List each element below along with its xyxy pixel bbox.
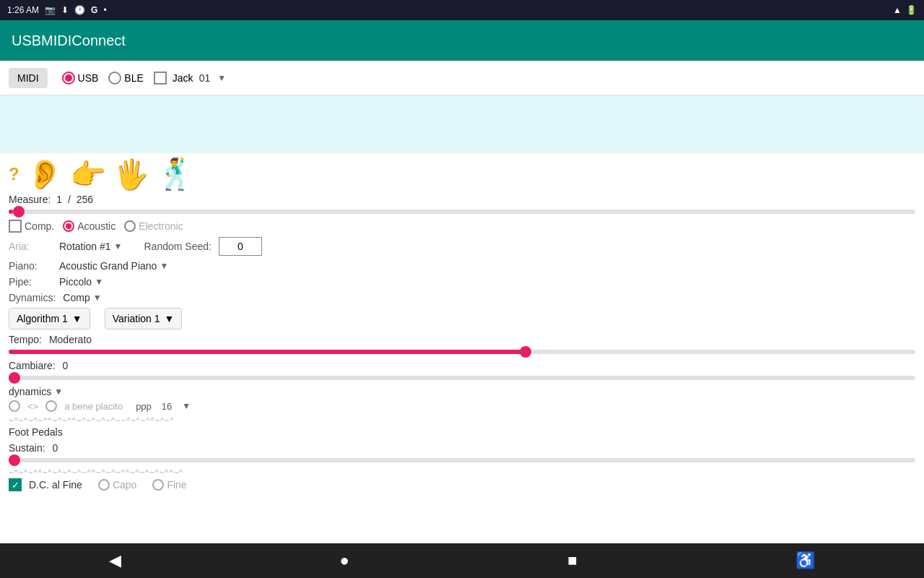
nav-recent-button[interactable]: ■ bbox=[553, 545, 591, 576]
dot-icon: • bbox=[103, 5, 106, 15]
electronic-radio[interactable]: Electronic bbox=[124, 220, 183, 232]
comp-row: Comp. Acoustic Electronic bbox=[9, 220, 915, 233]
aria-row: Aria: Rotation #1 ▼ Random Seed: bbox=[9, 237, 915, 256]
cambiare-slider-thumb[interactable] bbox=[9, 372, 20, 384]
measure-row: Measure: 1 / 256 bbox=[9, 194, 915, 205]
question-mark-icon: ? bbox=[9, 164, 19, 184]
acoustic-radio[interactable]: Acoustic bbox=[63, 220, 116, 232]
raised-hand-icon[interactable]: 🖐 bbox=[113, 160, 149, 189]
acoustic-radio-circle bbox=[63, 220, 74, 232]
aria-label: Aria: bbox=[9, 241, 52, 252]
wavy-line-2: ~^~^~^^~^~^~^~^~^^~^~^~^^~^~^~^~^^~^ bbox=[9, 468, 915, 477]
capo-label: Capo bbox=[113, 479, 136, 491]
dynamics-dropdown[interactable]: Comp ▼ bbox=[63, 292, 101, 303]
usb-radio[interactable]: USB bbox=[62, 72, 99, 85]
nav-back-button[interactable]: ◀ bbox=[95, 545, 136, 576]
sustain-slider[interactable] bbox=[9, 458, 915, 462]
person-icon[interactable]: 🕺 bbox=[157, 159, 194, 189]
ear-icon[interactable]: 👂 bbox=[27, 160, 63, 189]
ble-radio[interactable]: BLE bbox=[108, 72, 143, 85]
jack-checkbox[interactable]: Jack 01 bbox=[154, 72, 210, 85]
piano-label: Piano: bbox=[9, 260, 52, 272]
google-icon: G bbox=[91, 5, 97, 15]
measure-total: 256 bbox=[77, 194, 93, 205]
sustain-row: Sustain: 0 bbox=[9, 442, 915, 454]
measure-label: Measure: bbox=[9, 194, 51, 205]
usb-radio-circle bbox=[62, 72, 75, 85]
comp-label: Comp. bbox=[25, 220, 54, 232]
algorithm-dropdown[interactable]: Algorithm 1 ▼ bbox=[9, 308, 90, 329]
cambiare-label: Cambiare: bbox=[9, 360, 56, 371]
tempo-slider[interactable] bbox=[9, 350, 915, 354]
piano-row: Piano: Acoustic Grand Piano ▼ bbox=[9, 260, 915, 272]
dyn-radio1[interactable] bbox=[9, 400, 20, 412]
capo-radio-circle bbox=[98, 479, 110, 491]
dyn-option1: <> bbox=[27, 401, 38, 412]
dyn-radio2-circle bbox=[45, 400, 57, 412]
algorithm-label: Algorithm 1 bbox=[17, 313, 68, 324]
measure-slider-thumb[interactable] bbox=[13, 206, 25, 217]
jack-label: Jack bbox=[173, 72, 193, 84]
download-icon: ⬇ bbox=[61, 5, 69, 15]
electronic-label: Electronic bbox=[139, 220, 183, 232]
sustain-value: 0 bbox=[53, 442, 58, 454]
dc-al-fine-checkbox[interactable]: ✓ bbox=[9, 478, 22, 491]
accessibility-button[interactable]: ♿ bbox=[781, 545, 829, 576]
tempo-slider-fill bbox=[9, 350, 526, 354]
tempo-slider-thumb[interactable] bbox=[520, 346, 531, 358]
nav-home-button[interactable]: ● bbox=[326, 545, 364, 576]
dynamics-section-dropdown[interactable]: dynamics ▼ bbox=[9, 386, 63, 397]
sustain-label: Sustain: bbox=[9, 442, 45, 454]
ble-label: BLE bbox=[124, 72, 143, 84]
electronic-radio-circle bbox=[124, 220, 136, 232]
aria-dropdown[interactable]: Rotation #1 ▼ bbox=[59, 241, 123, 252]
variation-arrow-icon: ▼ bbox=[165, 313, 175, 324]
foot-pedals-label: Foot Pedals bbox=[9, 426, 63, 438]
wifi-icon: ▲ bbox=[893, 5, 902, 15]
dyn-ppp: ppp bbox=[136, 401, 152, 412]
status-bar: 1:26 AM 📷 ⬇ 🕐 G • ▲ 🔋 bbox=[0, 0, 924, 20]
variation-dropdown[interactable]: Variation 1 ▼ bbox=[105, 308, 183, 329]
measure-slider[interactable] bbox=[9, 210, 915, 214]
app-bar: USBMIDIConnect bbox=[0, 20, 924, 61]
dynamics-section-label: dynamics bbox=[9, 386, 51, 397]
dyn-radio2[interactable] bbox=[45, 400, 57, 412]
fine-label: Fine bbox=[167, 479, 186, 491]
tab-midi[interactable]: MIDI bbox=[9, 68, 48, 88]
comp-checkbox[interactable] bbox=[9, 220, 22, 233]
ble-radio-circle bbox=[108, 72, 121, 85]
wavy-line-1: ~^~^~^~^^~^~^^~^~^~^~^~~^~^~^^~^~^ bbox=[9, 416, 915, 425]
jack-checkbox-box bbox=[154, 72, 167, 85]
jack-dropdown-arrow[interactable]: ▼ bbox=[217, 73, 226, 83]
dynamics-label: Dynamics: bbox=[9, 292, 56, 303]
tempo-label: Tempo: bbox=[9, 334, 42, 345]
usb-label: USB bbox=[78, 72, 99, 84]
pipe-value: Piccolo bbox=[59, 276, 92, 288]
pipe-dropdown[interactable]: Piccolo ▼ bbox=[59, 276, 103, 288]
pointing-hand-icon[interactable]: 👉 bbox=[70, 160, 106, 189]
blue-area bbox=[0, 95, 924, 153]
dynamics-section-arrow-icon: ▼ bbox=[54, 387, 63, 397]
jack-num: 01 bbox=[199, 72, 211, 84]
piano-value: Acoustic Grand Piano bbox=[59, 260, 157, 272]
dynamics-value: Comp bbox=[63, 292, 90, 303]
pipe-label: Pipe: bbox=[9, 276, 52, 288]
comp-checkbox-label[interactable]: Comp. bbox=[9, 220, 54, 233]
random-seed-input[interactable] bbox=[219, 237, 262, 256]
dyn-radio1-circle bbox=[9, 400, 20, 412]
dynamics-section-row: dynamics ▼ bbox=[9, 386, 915, 397]
dc-al-fine-label: D.C. al Fine bbox=[29, 479, 82, 491]
variation-label: Variation 1 bbox=[113, 313, 160, 324]
dc-al-fine-row: ✓ D.C. al Fine Capo Fine bbox=[9, 478, 915, 491]
dyn-arrow-icon[interactable]: ▼ bbox=[182, 401, 191, 411]
foot-pedals-row: Foot Pedals bbox=[9, 426, 915, 438]
piano-dropdown[interactable]: Acoustic Grand Piano ▼ bbox=[59, 260, 168, 272]
capo-radio[interactable]: Capo bbox=[98, 479, 136, 491]
emoji-row: ? 👂 👉 🖐 🕺 bbox=[9, 159, 915, 189]
pipe-row: Pipe: Piccolo ▼ bbox=[9, 276, 915, 288]
sustain-slider-thumb[interactable] bbox=[9, 454, 20, 466]
cambiare-value: 0 bbox=[63, 360, 69, 371]
status-time: 1:26 AM bbox=[7, 5, 39, 15]
cambiare-slider[interactable] bbox=[9, 376, 915, 380]
fine-radio[interactable]: Fine bbox=[152, 479, 186, 491]
